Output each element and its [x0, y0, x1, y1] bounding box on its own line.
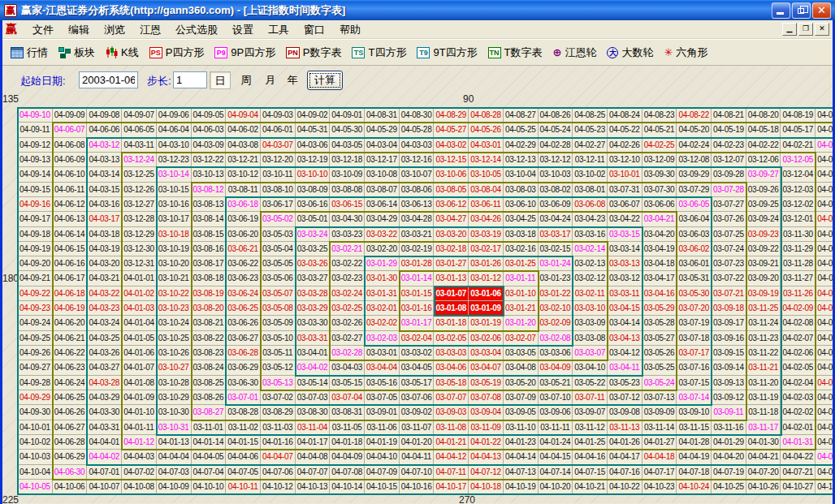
date-cell[interactable]: 04-09-04 [226, 108, 261, 123]
date-cell[interactable]: 04-06-02 [226, 123, 261, 137]
date-cell[interactable]: 04-03-04 [365, 138, 400, 153]
mdi-minimize-button[interactable]: ▁ [782, 23, 797, 36]
date-cell[interactable]: 04-04-21 [746, 450, 781, 464]
date-cell[interactable]: 03-04-14 [608, 316, 642, 330]
date-cell[interactable]: 03-11-03 [261, 420, 296, 435]
date-cell[interactable]: 03-01-23 [539, 271, 573, 286]
date-cell[interactable]: 04-01-24 [539, 435, 573, 450]
date-cell[interactable]: 03-12-16 [400, 153, 435, 167]
date-cell[interactable]: 04-09-29 [18, 390, 53, 405]
date-cell[interactable]: 04-02-26 [608, 138, 642, 153]
date-cell[interactable]: 03-09-17 [712, 316, 746, 330]
date-cell[interactable]: 04-10-10 [192, 480, 227, 494]
date-cell[interactable]: 04-03-12 [87, 138, 122, 153]
date-cell[interactable]: 03-12-18 [330, 153, 365, 167]
date-cell[interactable]: 03-01-06 [469, 286, 504, 301]
mdi-restore-button[interactable]: ❐ [798, 23, 813, 36]
toolbar-item-江恩轮[interactable]: ⊕江恩轮 [550, 44, 600, 62]
date-cell[interactable]: 03-10-12 [226, 167, 261, 182]
menu-item-工具[interactable]: 工具 [261, 22, 296, 37]
date-cell[interactable]: 03-09-13 [712, 376, 746, 390]
date-cell[interactable]: 03-11-10 [504, 420, 539, 435]
date-cell[interactable]: 04-09-24 [18, 316, 53, 330]
date-cell[interactable]: 04-01-06 [122, 346, 157, 360]
date-cell[interactable]: 04-06-19 [53, 301, 88, 316]
period-toggle-周[interactable]: 周 [236, 71, 257, 89]
date-cell[interactable]: 03-06-16 [296, 197, 331, 212]
date-cell[interactable]: 03-01-14 [400, 271, 435, 286]
date-cell[interactable]: 04-07-07 [296, 465, 331, 480]
date-cell[interactable]: 04-03-17 [87, 212, 122, 226]
date-cell[interactable]: 04-01-28 [677, 435, 712, 450]
toolbar-item-板块[interactable]: 板块 [55, 44, 98, 62]
date-cell[interactable]: 03-05-22 [573, 376, 608, 390]
date-cell[interactable]: 03-03-07 [573, 346, 608, 360]
date-cell[interactable]: 03-05-21 [539, 376, 573, 390]
date-cell[interactable]: 03-11-05 [330, 420, 365, 435]
date-cell[interactable]: 03-12-05 [781, 153, 816, 167]
date-cell[interactable]: 03-11-24 [746, 316, 781, 330]
date-cell[interactable]: 03-11-20 [746, 376, 781, 390]
menu-item-窗口[interactable]: 窗口 [296, 22, 332, 37]
date-cell[interactable]: 03-12-17 [365, 153, 400, 167]
date-cell[interactable]: 03-12-09 [642, 153, 677, 167]
date-cell[interactable]: 03-04-26 [469, 212, 504, 226]
date-cell[interactable]: 03-06-10 [504, 197, 539, 212]
date-cell[interactable]: 04-09-08 [87, 108, 122, 123]
date-cell[interactable]: 04-06-17 [53, 271, 88, 286]
date-cell[interactable]: 03-11-23 [746, 331, 781, 346]
date-cell[interactable]: 03-07-16 [677, 360, 712, 375]
date-cell[interactable]: 04-10-03 [18, 450, 53, 464]
date-cell[interactable]: 04-03-27 [87, 360, 122, 375]
date-cell[interactable]: 03-01-13 [434, 271, 469, 286]
date-cell[interactable]: 03-03-08 [573, 331, 608, 346]
date-cell[interactable]: 03-10-21 [157, 271, 192, 286]
date-cell[interactable]: 04-09-27 [18, 360, 53, 375]
date-cell[interactable]: 03-04-16 [642, 286, 677, 301]
date-cell[interactable]: 03-10-17 [157, 212, 192, 226]
date-cell[interactable]: 03-03-30 [296, 316, 331, 330]
date-cell[interactable]: 04-09-18 [18, 227, 53, 242]
date-cell[interactable]: 03-12-11 [573, 153, 608, 167]
date-cell[interactable]: 04-03-15 [87, 183, 122, 197]
date-cell[interactable]: 04-07-06 [261, 465, 296, 480]
date-cell[interactable]: 04-09-17 [18, 212, 53, 226]
date-cell[interactable]: 03-03-15 [608, 227, 642, 242]
date-cell[interactable]: 03-08-27 [192, 405, 227, 420]
date-cell[interactable]: 03-08-24 [192, 360, 227, 375]
date-cell[interactable]: 03-06-20 [226, 227, 261, 242]
date-cell[interactable]: 04-10-16 [400, 480, 435, 494]
date-cell[interactable]: 04-06-22 [53, 346, 88, 360]
date-cell[interactable]: 03-12-12 [539, 153, 573, 167]
date-cell[interactable]: 03-09-15 [712, 346, 746, 360]
date-cell[interactable]: 03-02-10 [539, 301, 573, 316]
date-cell[interactable]: 03-05-04 [261, 242, 296, 256]
date-cell[interactable]: 03-02-13 [573, 256, 608, 271]
date-cell[interactable]: 04-06-18 [53, 286, 88, 301]
date-cell[interactable]: 03-08-25 [192, 376, 227, 390]
date-cell[interactable]: 04-10-26 [746, 480, 781, 494]
date-cell[interactable]: 03-03-17 [539, 227, 573, 242]
date-cell[interactable]: 03-07-21 [712, 286, 746, 301]
date-cell[interactable]: 03-10-26 [157, 346, 192, 360]
date-cell[interactable]: 04-07-05 [226, 465, 261, 480]
date-cell[interactable]: 03-11-13 [608, 420, 642, 435]
date-cell[interactable]: 03-02-18 [434, 242, 469, 256]
date-cell[interactable]: 03-05-23 [608, 376, 642, 390]
date-cell[interactable]: 03-04-20 [642, 227, 677, 242]
date-cell[interactable]: 04-09-09 [53, 108, 88, 123]
date-cell[interactable]: 04-07-19 [712, 465, 746, 480]
date-cell[interactable]: 04-10-23 [642, 480, 677, 494]
date-cell[interactable]: 03-04-05 [400, 360, 435, 375]
date-cell[interactable]: 03-03-26 [296, 256, 331, 271]
date-cell[interactable]: 03-06-15 [330, 197, 365, 212]
date-cell[interactable]: 03-02-17 [469, 242, 504, 256]
date-cell[interactable]: 03-12-14 [469, 153, 504, 167]
date-cell[interactable]: 03-11-18 [746, 405, 781, 420]
date-cell[interactable]: 03-04-07 [469, 360, 504, 375]
date-cell[interactable]: 03-07-26 [712, 212, 746, 226]
date-cell[interactable]: 04-04-12 [434, 450, 469, 464]
date-cell[interactable]: 04-10-25 [712, 480, 746, 494]
date-cell[interactable]: 04-08-20 [746, 108, 781, 123]
date-cell[interactable]: 04-03-02 [434, 138, 469, 153]
